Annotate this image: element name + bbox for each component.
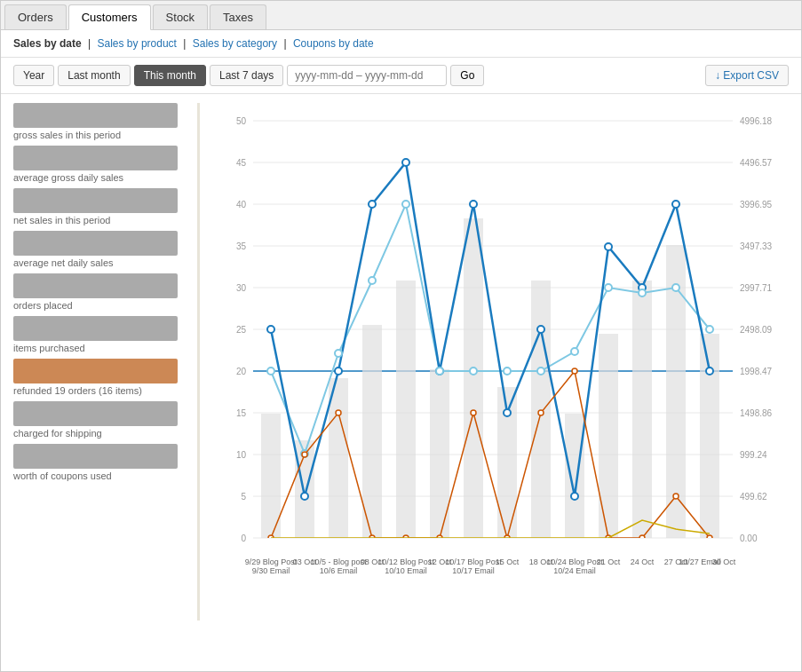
svg-rect-10: [565, 414, 584, 538]
stat-orders: orders placed: [13, 273, 188, 311]
svg-point-19: [402, 159, 409, 166]
stat-bar-refunded: [13, 359, 178, 383]
svg-point-31: [335, 350, 342, 357]
svg-point-15: [267, 326, 274, 333]
y-right-3497: 3497.33: [740, 241, 773, 251]
stat-gross-sales: gross sales in this period: [13, 103, 188, 140]
svg-point-38: [571, 348, 578, 355]
svg-point-55: [673, 494, 679, 499]
y-right-2997: 2997.71: [740, 283, 773, 293]
svg-point-54: [639, 535, 645, 541]
stat-avg-net: average net daily sales: [13, 231, 188, 268]
period-year[interactable]: Year: [13, 65, 54, 86]
export-csv-button[interactable]: ↓ Export CSV: [705, 65, 789, 86]
y-right-4996: 4996.18: [740, 116, 773, 126]
svg-point-21: [470, 201, 477, 208]
svg-point-52: [572, 368, 577, 374]
y-right-0: 0.00: [740, 534, 758, 543]
svg-rect-4: [362, 325, 382, 538]
period-last-7-days[interactable]: Last 7 days: [210, 65, 283, 86]
x-label-930: 9/30 Email: [252, 566, 290, 575]
stat-label-coupons: worth of coupons used: [13, 470, 188, 481]
tab-orders[interactable]: Orders: [4, 4, 67, 29]
stat-bar-orders: [13, 273, 178, 298]
svg-point-56: [707, 535, 712, 541]
svg-point-39: [605, 284, 612, 291]
stat-net-sales: net sales in this period: [13, 188, 188, 225]
svg-point-35: [470, 368, 477, 375]
svg-point-51: [538, 410, 544, 415]
svg-rect-14: [700, 334, 719, 538]
custom-date-input[interactable]: [287, 65, 447, 86]
tab-stock[interactable]: Stock: [153, 4, 209, 29]
y-label-50: 50: [236, 116, 247, 126]
stat-bar-net-sales: [13, 188, 178, 213]
y-label-5: 5: [241, 492, 246, 502]
sales-chart: 0 5 10 15 20 25 30 35 40 45 50 0.00 499.…: [209, 103, 777, 618]
svg-point-17: [335, 368, 342, 375]
svg-point-37: [537, 368, 544, 375]
top-tabs: Orders Customers Stock Taxes: [1, 1, 801, 30]
svg-point-16: [301, 493, 308, 500]
sub-nav-link-product[interactable]: Sales by product: [98, 37, 177, 50]
sub-nav-bold: Sales by date: [13, 37, 82, 50]
x-label-106: 10/6 Email: [320, 566, 358, 575]
main-content: gross sales in this period average gross…: [1, 94, 801, 629]
y-right-1998: 1998.47: [740, 367, 773, 376]
period-this-month[interactable]: This month: [134, 65, 206, 86]
y-right-1498: 1498.86: [740, 408, 773, 418]
y-label-20: 20: [236, 367, 247, 376]
y-label-35: 35: [236, 241, 247, 251]
svg-point-29: [267, 368, 274, 375]
x-label-1024: 10/24 Blog Post: [546, 557, 603, 566]
svg-point-32: [369, 277, 376, 284]
x-label-929: 9/29 Blog Post: [245, 557, 298, 566]
x-label-105: 10/5 - Blog post: [310, 557, 367, 566]
stat-bar-gross-sales: [13, 103, 178, 128]
svg-point-25: [605, 243, 612, 250]
stat-items: items purchased: [13, 316, 188, 353]
stat-bar-avg-net: [13, 231, 178, 256]
x-label-24oct: 24 Oct: [631, 557, 655, 566]
x-label-1010: 10/10 Email: [385, 566, 427, 575]
stat-label-net-sales: net sales in this period: [13, 215, 188, 225]
svg-point-36: [504, 368, 511, 375]
svg-point-49: [471, 410, 476, 415]
tab-customers[interactable]: Customers: [68, 4, 151, 30]
sub-nav-link-category[interactable]: Sales by category: [193, 37, 277, 50]
svg-point-22: [504, 409, 511, 416]
y-right-4496: 4496.57: [740, 158, 773, 168]
svg-point-23: [537, 326, 544, 333]
stat-shipping: charged for shipping: [13, 401, 188, 439]
period-last-month[interactable]: Last month: [58, 65, 130, 86]
svg-point-27: [672, 201, 679, 208]
svg-rect-5: [396, 281, 416, 538]
y-right-2498: 2498.09: [740, 325, 773, 335]
x-label-15oct: 15 Oct: [496, 557, 520, 566]
go-button[interactable]: Go: [450, 65, 484, 86]
svg-point-44: [302, 452, 307, 457]
stats-panel: gross sales in this period average gross…: [13, 103, 200, 621]
tab-taxes[interactable]: Taxes: [210, 4, 266, 29]
x-label-1017: 10/17 Blog Post: [445, 557, 502, 566]
svg-point-41: [672, 284, 679, 291]
stat-label-shipping: charged for shipping: [13, 428, 188, 439]
x-label-1017e: 10/17 Email: [452, 566, 495, 575]
sub-nav-link-coupons[interactable]: Coupons by date: [293, 37, 374, 50]
stat-bar-coupons: [13, 444, 178, 469]
x-label-1024e: 10/24 Email: [553, 566, 596, 575]
svg-point-28: [706, 368, 713, 375]
y-right-999: 999.24: [740, 450, 767, 460]
stat-label-orders: orders placed: [13, 300, 188, 311]
stat-avg-gross: average gross daily sales: [13, 146, 188, 183]
stat-bar-avg-gross: [13, 146, 178, 170]
svg-point-42: [706, 326, 713, 333]
y-label-25: 25: [236, 325, 247, 335]
x-label-30oct: 30 Oct: [712, 557, 736, 566]
app-container: Orders Customers Stock Taxes Sales by da…: [0, 0, 802, 672]
stat-refunded: refunded 19 orders (16 items): [13, 359, 188, 396]
y-label-15: 15: [236, 408, 247, 418]
svg-point-18: [369, 201, 376, 208]
sub-nav: Sales by date | Sales by product | Sales…: [1, 30, 801, 58]
svg-rect-9: [531, 281, 551, 538]
